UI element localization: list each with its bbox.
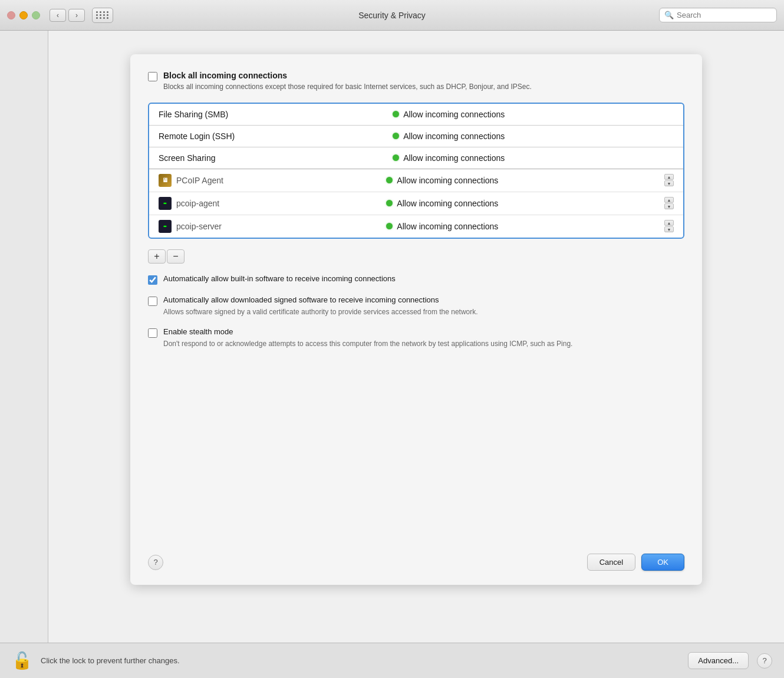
pcoip-agent-icon: 🖥 bbox=[159, 174, 172, 187]
block-all-label-group: Block all incoming connections Blocks al… bbox=[163, 71, 532, 92]
grid-icon bbox=[96, 11, 109, 19]
footer-bar: 🔓 Click the lock to prevent further chan… bbox=[0, 643, 784, 678]
traffic-lights bbox=[7, 11, 40, 19]
green-dot-icon bbox=[393, 133, 399, 139]
green-dot-icon bbox=[386, 200, 393, 206]
auto-signed-checkbox[interactable] bbox=[148, 297, 157, 306]
auto-signed-sub-label: Allows software signed by a valid certif… bbox=[163, 307, 478, 317]
main-area: Block all incoming connections Blocks al… bbox=[0, 31, 784, 678]
remove-button[interactable]: − bbox=[167, 249, 185, 264]
search-icon: 🔍 bbox=[664, 11, 674, 19]
block-all-sub-label: Blocks all incoming connections except t… bbox=[163, 82, 532, 92]
panel-bottom-bar: ? Cancel OK bbox=[148, 548, 684, 571]
conn-name-pcoip-server: ▬ pcoip-server bbox=[159, 220, 386, 233]
conn-name-smb: File Sharing (SMB) bbox=[159, 110, 393, 119]
conn-name-ssh: Remote Login (SSH) bbox=[159, 131, 393, 141]
ok-button[interactable]: OK bbox=[641, 554, 684, 571]
stepper-down[interactable]: ▼ bbox=[664, 226, 674, 232]
stepper-down[interactable]: ▼ bbox=[664, 203, 674, 209]
block-all-checkbox[interactable] bbox=[148, 72, 157, 81]
terminal-icon: ▬ bbox=[159, 197, 172, 210]
conn-status-pcoip-agent-bin: Allow incoming connections bbox=[386, 199, 660, 208]
stealth-row: Enable stealth mode Don't respond to or … bbox=[148, 327, 684, 349]
content-wrapper: Block all incoming connections Blocks al… bbox=[48, 31, 784, 678]
close-button[interactable] bbox=[7, 11, 15, 19]
auto-builtin-checkbox[interactable] bbox=[148, 275, 157, 285]
stepper-up[interactable]: ▲ bbox=[664, 220, 674, 226]
block-all-main-label: Block all incoming connections bbox=[163, 71, 532, 80]
stepper-up[interactable]: ▲ bbox=[664, 174, 674, 180]
add-remove-row: + − bbox=[148, 249, 684, 264]
auto-builtin-row: Automatically allow built-in software to… bbox=[148, 274, 684, 285]
stealth-label: Enable stealth mode Don't respond to or … bbox=[163, 327, 572, 349]
pcoip-server-stepper[interactable]: ▲ ▼ bbox=[664, 220, 674, 232]
pcoip-agent-stepper[interactable]: ▲ ▼ bbox=[664, 174, 674, 186]
table-row: Remote Login (SSH) Allow incoming connec… bbox=[149, 126, 683, 147]
search-bar[interactable]: 🔍 bbox=[659, 8, 777, 22]
table-row[interactable]: 🖥 PCoIP Agent Allow incoming connections… bbox=[149, 169, 683, 192]
auto-builtin-main-label: Automatically allow built-in software to… bbox=[163, 274, 396, 284]
table-row[interactable]: ▬ pcoip-agent Allow incoming connections… bbox=[149, 192, 683, 215]
stepper-down[interactable]: ▼ bbox=[664, 180, 674, 186]
auto-builtin-label: Automatically allow built-in software to… bbox=[163, 274, 396, 284]
conn-status-smb: Allow incoming connections bbox=[393, 110, 674, 119]
green-dot-icon bbox=[393, 154, 399, 161]
sidebar bbox=[0, 31, 48, 678]
conn-name-pcoip-agent-bin: ▬ pcoip-agent bbox=[159, 197, 386, 210]
firewall-panel: Block all incoming connections Blocks al… bbox=[130, 54, 702, 585]
conn-status-screen: Allow incoming connections bbox=[393, 153, 674, 163]
nav-buttons: ‹ › bbox=[50, 9, 85, 22]
stepper-up[interactable]: ▲ bbox=[664, 197, 674, 203]
grid-button[interactable] bbox=[92, 8, 113, 23]
footer-help-button[interactable]: ? bbox=[757, 653, 772, 669]
table-row[interactable]: ▬ pcoip-server Allow incoming connection… bbox=[149, 215, 683, 238]
minimize-button[interactable] bbox=[19, 11, 28, 19]
cancel-button[interactable]: Cancel bbox=[587, 554, 635, 571]
table-row: File Sharing (SMB) Allow incoming connec… bbox=[149, 104, 683, 126]
green-dot-icon bbox=[386, 223, 393, 229]
advanced-button[interactable]: Advanced... bbox=[688, 652, 749, 669]
conn-name-pcoip-agent: 🖥 PCoIP Agent bbox=[159, 174, 386, 187]
block-all-row: Block all incoming connections Blocks al… bbox=[148, 71, 684, 92]
forward-button[interactable]: › bbox=[68, 9, 85, 22]
maximize-button[interactable] bbox=[32, 11, 40, 19]
search-input[interactable] bbox=[677, 11, 772, 19]
stealth-sub-label: Don't respond to or acknowledge attempts… bbox=[163, 339, 572, 349]
green-dot-icon bbox=[393, 111, 399, 117]
auto-signed-row: Automatically allow downloaded signed so… bbox=[148, 295, 684, 317]
conn-status-pcoip-server: Allow incoming connections bbox=[386, 222, 660, 231]
stealth-checkbox[interactable] bbox=[148, 328, 157, 338]
green-dot-icon bbox=[386, 177, 393, 183]
conn-status-ssh: Allow incoming connections bbox=[393, 131, 674, 141]
lock-icon[interactable]: 🔓 bbox=[12, 651, 32, 670]
back-button[interactable]: ‹ bbox=[50, 9, 66, 22]
auto-signed-main-label: Automatically allow downloaded signed so… bbox=[163, 295, 478, 305]
auto-signed-label: Automatically allow downloaded signed so… bbox=[163, 295, 478, 317]
help-button[interactable]: ? bbox=[148, 555, 163, 570]
footer-text: Click the lock to prevent further change… bbox=[41, 656, 180, 665]
table-row: Screen Sharing Allow incoming connection… bbox=[149, 147, 683, 169]
window-title: Security & Privacy bbox=[358, 11, 426, 20]
connections-table: File Sharing (SMB) Allow incoming connec… bbox=[148, 103, 684, 239]
pcoip-agent-bin-stepper[interactable]: ▲ ▼ bbox=[664, 197, 674, 209]
add-button[interactable]: + bbox=[148, 249, 166, 264]
stealth-main-label: Enable stealth mode bbox=[163, 327, 572, 337]
conn-status-pcoip-agent: Allow incoming connections bbox=[386, 176, 660, 185]
conn-name-screen: Screen Sharing bbox=[159, 153, 393, 163]
titlebar: ‹ › Security & Privacy 🔍 bbox=[0, 0, 784, 31]
terminal-icon: ▬ bbox=[159, 220, 172, 233]
